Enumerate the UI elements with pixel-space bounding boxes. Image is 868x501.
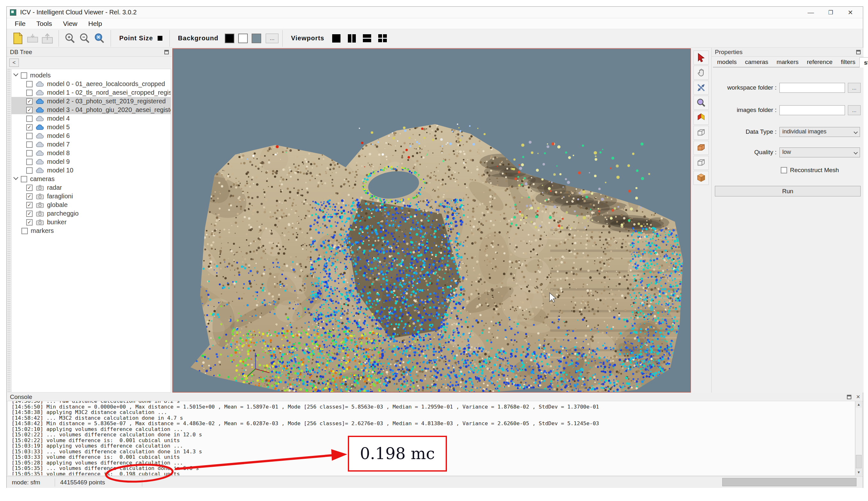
tree-row-markers[interactable]: markers — [11, 226, 171, 235]
background-black-swatch[interactable] — [225, 34, 234, 43]
zoom-fit-button[interactable] — [92, 31, 107, 46]
status-scroll-area[interactable] — [722, 478, 857, 486]
visibility-checkbox[interactable]: ✓ — [26, 219, 33, 225]
tree-row-globale[interactable]: ✓globale — [11, 201, 171, 209]
tree-row-model-6[interactable]: model 6 — [11, 131, 171, 140]
scroll-up-icon[interactable]: ▲ — [856, 401, 862, 408]
zoom-lens-icon — [696, 98, 706, 107]
tree-row-model-7[interactable]: model 7 — [11, 140, 171, 149]
visibility-checkbox[interactable]: ✓ — [26, 211, 33, 217]
run-button[interactable]: Run — [715, 186, 861, 196]
tab-models[interactable]: models — [713, 57, 741, 67]
tree-row-bunker[interactable]: ✓bunker — [11, 218, 171, 226]
tree-row-model-2[interactable]: ✓model 2 - 03_photo_sett_2019_registered — [11, 97, 171, 106]
tree-row-model-9[interactable]: model 9 — [11, 157, 171, 166]
visibility-checkbox[interactable] — [26, 159, 33, 165]
background-slate-swatch[interactable] — [252, 34, 261, 43]
expander-icon[interactable] — [13, 71, 19, 76]
pan-hand-button[interactable] — [693, 66, 709, 80]
float-panel-icon[interactable] — [856, 50, 861, 55]
visibility-checkbox[interactable] — [21, 228, 28, 234]
tree-row-parcheggio[interactable]: ✓parcheggio — [11, 209, 171, 218]
visibility-checkbox[interactable] — [26, 167, 33, 174]
wire-box-2-button[interactable] — [693, 156, 709, 170]
tree-row-model-3[interactable]: ✓model 3 - 04_photo_giu_2020_aesei_regis… — [11, 106, 171, 114]
menu-tools[interactable]: Tools — [31, 18, 57, 29]
reconstruct-mesh-checkbox[interactable] — [781, 167, 787, 173]
viewport-two-vertical-button[interactable] — [345, 33, 358, 43]
workspace-folder-input[interactable] — [779, 83, 845, 93]
minimize-button[interactable]: — — [801, 7, 821, 18]
viewport-two-horizontal-button[interactable] — [361, 33, 373, 43]
zoom-out-button[interactable] — [77, 31, 92, 46]
visibility-checkbox[interactable] — [21, 72, 27, 79]
viewport-quad-button[interactable] — [376, 33, 388, 43]
solid-box-button[interactable] — [693, 141, 709, 155]
zoom-lens-button[interactable] — [693, 96, 709, 110]
tab-cameras[interactable]: cameras — [741, 57, 772, 67]
tree-row-faraglioni[interactable]: ✓faraglioni — [11, 192, 171, 201]
wire-box-button[interactable] — [693, 126, 709, 140]
images-browse-button[interactable]: ... — [848, 105, 861, 115]
tab-sfm[interactable]: sfm — [859, 57, 868, 67]
menu-help[interactable]: Help — [83, 18, 107, 29]
expander-icon[interactable] — [13, 175, 19, 180]
visibility-checkbox[interactable]: ✓ — [26, 107, 33, 113]
tree-row-model-10[interactable]: model 10 — [11, 166, 171, 175]
close-button[interactable]: ✕ — [840, 7, 860, 18]
visibility-checkbox[interactable]: ✓ — [26, 202, 33, 208]
export-button[interactable] — [40, 31, 55, 46]
zoom-in-button[interactable] — [63, 31, 77, 46]
tree-row-model-8[interactable]: model 8 — [11, 149, 171, 157]
tab-reference[interactable]: reference — [803, 57, 837, 67]
tree-back-button[interactable]: < — [9, 58, 19, 67]
visibility-checkbox[interactable] — [26, 141, 33, 148]
cloud-icon — [35, 124, 44, 130]
orange-cube-button[interactable] — [693, 171, 709, 185]
tree-row-model-0[interactable]: model 0 - 01_aereo_localcoords_cropped — [11, 80, 171, 88]
point-cloud-render[interactable] — [173, 49, 690, 392]
viewport-single-button[interactable] — [330, 33, 342, 43]
visibility-checkbox[interactable]: ✓ — [26, 193, 33, 200]
background-custom-button[interactable]: ... — [266, 34, 278, 43]
float-panel-icon[interactable] — [164, 50, 169, 55]
visibility-checkbox[interactable]: ✓ — [26, 184, 33, 191]
visibility-checkbox[interactable] — [26, 81, 33, 87]
quality-select[interactable]: low — [779, 148, 860, 157]
visibility-checkbox[interactable] — [21, 176, 27, 182]
scroll-down-icon[interactable]: ▼ — [856, 469, 862, 476]
tab-filters[interactable]: filters — [837, 57, 859, 67]
visibility-checkbox[interactable] — [26, 89, 33, 96]
tab-markers[interactable]: markers — [772, 57, 803, 67]
new-file-button[interactable] — [11, 31, 25, 46]
background-white-swatch[interactable] — [238, 34, 248, 43]
visibility-checkbox[interactable] — [26, 116, 33, 122]
menu-file[interactable]: File — [9, 18, 31, 29]
maximize-button[interactable]: ❐ — [821, 7, 840, 18]
console-close-icon[interactable]: ✕ — [856, 394, 860, 400]
tree-row-model-1[interactable]: model 1 - 02_tls_nord_aesei_cropped_regi… — [11, 88, 171, 97]
panel-drag-handle[interactable] — [7, 69, 11, 393]
data-type-select[interactable]: individual images — [779, 127, 860, 137]
transform-button[interactable] — [693, 81, 709, 95]
visibility-checkbox[interactable]: ✓ — [26, 98, 33, 105]
images-folder-input[interactable] — [779, 105, 845, 115]
visibility-checkbox[interactable]: ✓ — [26, 124, 33, 130]
tree-row-model-5[interactable]: ✓model 5 — [11, 123, 171, 131]
tree-row-cameras[interactable]: cameras — [11, 175, 171, 183]
viewport-3d[interactable] — [172, 48, 691, 393]
import-button[interactable] — [25, 31, 40, 46]
scrollbar-thumb[interactable] — [856, 455, 861, 468]
select-cursor-button[interactable] — [693, 51, 709, 65]
console-scrollbar[interactable]: ▲ ▼ — [855, 401, 862, 476]
color-cube-button[interactable] — [693, 111, 709, 125]
menu-view[interactable]: View — [57, 18, 83, 29]
float-panel-icon[interactable] — [847, 394, 852, 399]
tree-row-model-4[interactable]: model 4 — [11, 114, 171, 123]
tree-row-models[interactable]: models — [11, 71, 171, 80]
visibility-checkbox[interactable] — [26, 133, 33, 139]
point-size-swatch[interactable] — [157, 36, 162, 41]
tree-row-radar[interactable]: ✓radar — [11, 183, 171, 192]
workspace-browse-button[interactable]: ... — [848, 83, 861, 93]
visibility-checkbox[interactable] — [26, 150, 33, 157]
